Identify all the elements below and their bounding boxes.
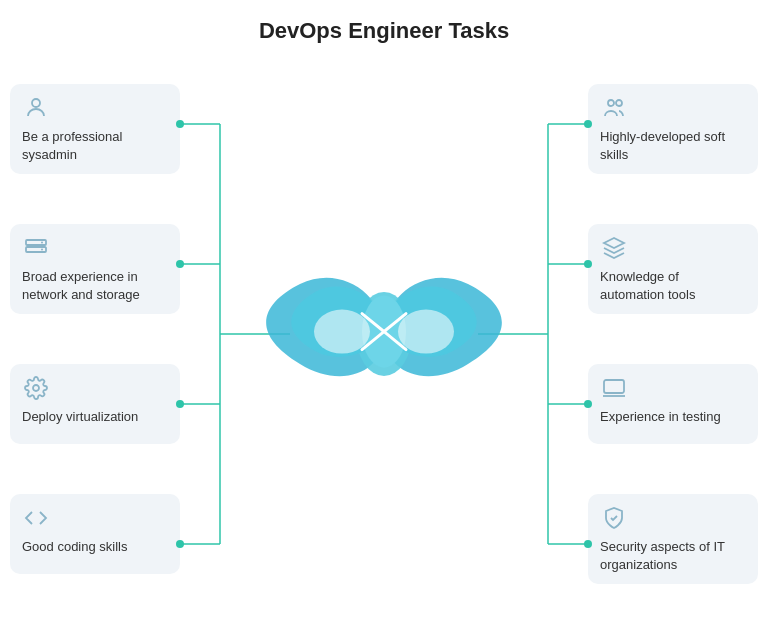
card-network-storage: Broad experience in network and storage (10, 224, 180, 314)
svg-point-0 (32, 99, 40, 107)
shield-icon (600, 504, 628, 532)
svg-marker-8 (604, 238, 624, 248)
card-professional-sysadmin: Be a professional sysadmin (10, 84, 180, 174)
card-coding-skills: Good coding skills (10, 494, 180, 574)
card-bl3-text: Good coding skills (22, 538, 168, 556)
diagram-container: Be a professional sysadmin Broad experie… (0, 54, 768, 614)
card-br2-text: Experience in testing (600, 408, 746, 426)
page-title: DevOps Engineer Tasks (259, 18, 509, 44)
svg-point-33 (314, 310, 370, 354)
card-tr-text: Highly-developed soft skills (600, 128, 746, 164)
svg-rect-9 (604, 380, 624, 393)
svg-point-31 (356, 292, 412, 376)
layers-icon (600, 234, 628, 262)
card-automation-tools: Knowledge of automation tools (588, 224, 758, 314)
people-icon (600, 94, 628, 122)
card-soft-skills: Highly-developed soft skills (588, 84, 758, 174)
svg-point-34 (398, 310, 454, 354)
person-icon (22, 94, 50, 122)
svg-point-32 (362, 296, 406, 368)
card-ml-text: Broad experience in network and storage (22, 268, 168, 304)
server-icon (22, 234, 50, 262)
card-mr-text: Knowledge of automation tools (600, 268, 746, 304)
infinity-symbol (274, 272, 494, 392)
card-tl-text: Be a professional sysadmin (22, 128, 168, 164)
laptop-icon (600, 374, 628, 402)
card-bl2-text: Deploy virtualization (22, 408, 168, 426)
svg-point-6 (608, 100, 614, 106)
code-icon (22, 504, 50, 532)
svg-point-4 (41, 249, 43, 251)
card-br3-text: Security aspects of IT organizations (600, 538, 746, 574)
svg-point-7 (616, 100, 622, 106)
svg-point-5 (33, 385, 39, 391)
settings-icon (22, 374, 50, 402)
svg-point-3 (41, 242, 43, 244)
card-security: Security aspects of IT organizations (588, 494, 758, 584)
card-virtualization: Deploy virtualization (10, 364, 180, 444)
card-testing: Experience in testing (588, 364, 758, 444)
